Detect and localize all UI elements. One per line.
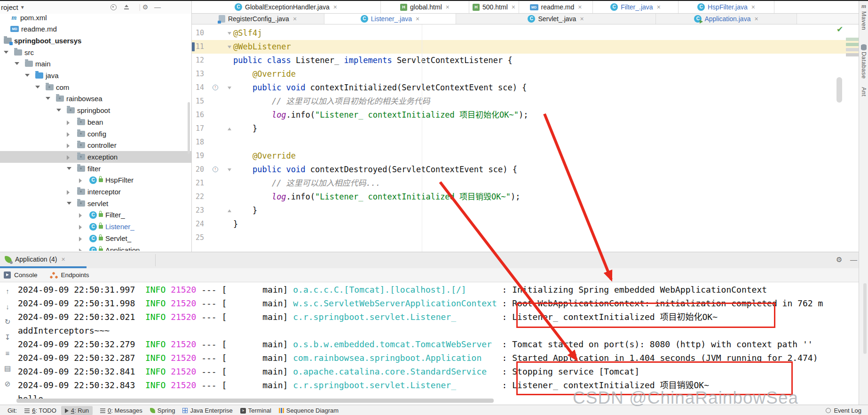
tab-close-icon[interactable]: ×: [293, 15, 297, 23]
tab-Application.java[interactable]: CApplication.java×: [656, 14, 797, 24]
project-tree[interactable]: mpom.xmlMDreadme.mdspringboot_usersyssrc…: [0, 14, 191, 251]
tree-item-exception[interactable]: exception: [0, 151, 191, 163]
spring-button[interactable]: Spring: [150, 407, 175, 414]
chevron-down-icon[interactable]: [56, 109, 61, 112]
status-git[interactable]: Git:: [8, 407, 17, 414]
subtab-Endpoints[interactable]: Endpoints: [50, 271, 89, 279]
editor-scrollbar[interactable]: [836, 77, 842, 103]
database-icon[interactable]: [861, 44, 867, 50]
clear-all-icon[interactable]: ⊘: [3, 379, 12, 389]
up-stack-trace-icon[interactable]: ↑: [3, 286, 12, 295]
todo-button[interactable]: 6: TODO: [24, 407, 56, 414]
tool-button-database[interactable]: Database: [860, 52, 867, 79]
run-tab-application[interactable]: Application (4) ×: [5, 252, 65, 266]
tab-close-icon[interactable]: ×: [512, 3, 515, 11]
run-button[interactable]: 4: Run: [61, 406, 93, 415]
hide-panel-icon[interactable]: —: [153, 3, 162, 11]
maven-icon[interactable]: m: [860, 3, 868, 9]
tab-RegisterConfig_.java[interactable]: RegisterConfig_.java×: [191, 14, 324, 24]
tab-close-icon[interactable]: ×: [446, 3, 450, 11]
console-vscrollbar[interactable]: [863, 283, 867, 354]
tab-Filter_.java[interactable]: CFilter_.java×: [593, 1, 679, 13]
tree-item-HspFilter[interactable]: CHspFilter: [0, 174, 191, 186]
chevron-right-icon[interactable]: [67, 144, 70, 148]
console-hscrollbar[interactable]: [16, 399, 494, 403]
chevron-down-icon[interactable]: [35, 86, 40, 88]
tab-Listener_.java[interactable]: CListener_.java×: [324, 14, 456, 24]
tab-close-icon[interactable]: ×: [754, 15, 758, 23]
tab-500.html[interactable]: H500.html×: [469, 1, 519, 13]
chevron-down-icon[interactable]: [25, 74, 30, 77]
tab-readme.md[interactable]: MDreadme.md×: [519, 1, 593, 13]
print-icon[interactable]: ▤: [3, 364, 12, 373]
chevron-down-icon[interactable]: [46, 97, 50, 100]
tab-close-icon[interactable]: ×: [657, 3, 661, 11]
tree-item-bean[interactable]: bean: [0, 116, 191, 128]
chevron-right-icon[interactable]: [79, 178, 82, 183]
scroll-to-end-icon[interactable]: ↧: [3, 333, 12, 342]
chevron-down-icon[interactable]: [4, 51, 8, 54]
terminal-button[interactable]: >Terminal: [240, 407, 271, 414]
tree-item-config[interactable]: config: [0, 128, 191, 140]
down-stack-trace-icon[interactable]: ↓: [3, 302, 12, 311]
tab-close-icon[interactable]: ×: [62, 255, 65, 263]
tab-close-icon[interactable]: ×: [751, 3, 755, 11]
chevron-down-icon[interactable]: [67, 202, 71, 205]
sequence-diagram-button[interactable]: Sequence Diagram: [279, 407, 339, 414]
chevron-right-icon[interactable]: [79, 248, 82, 251]
messages-button[interactable]: 0: Messages: [100, 407, 142, 414]
fold-open-icon[interactable]: [228, 32, 231, 35]
inspections-ok-icon[interactable]: ✔: [836, 24, 843, 34]
collapse-all-icon[interactable]: [122, 3, 131, 11]
soft-wrap-icon[interactable]: ≡: [3, 348, 12, 358]
tree-item-com[interactable]: com: [0, 81, 191, 93]
tree-item-rainbowsea[interactable]: rainbowsea: [0, 93, 191, 104]
tree-item-Servlet_[interactable]: CServlet_: [0, 232, 191, 244]
override-method-icon[interactable]: ↑: [213, 85, 218, 90]
tree-item-Listener_[interactable]: CListener_: [0, 221, 191, 232]
chevron-down-icon[interactable]: [15, 62, 19, 65]
tab-close-icon[interactable]: ×: [578, 3, 582, 11]
tab-close-icon[interactable]: ×: [580, 15, 584, 23]
restart-icon[interactable]: ↻: [3, 317, 12, 327]
tree-item-Filter_[interactable]: CFilter_: [0, 209, 191, 221]
chevron-right-icon[interactable]: [67, 120, 70, 125]
tree-item-filter[interactable]: filter: [0, 163, 191, 175]
tree-item-pom.xml[interactable]: mpom.xml: [0, 14, 191, 24]
console-body[interactable]: ↑↓↻↧≡▤⊘ 2024-09-09 22:50:31.997 INFO 215…: [0, 282, 859, 405]
fold-close-icon[interactable]: [228, 128, 231, 130]
tree-item-servlet[interactable]: servlet: [0, 198, 191, 209]
project-tool-title[interactable]: roject: [1, 3, 18, 11]
tool-button-ant[interactable]: Ant: [860, 87, 867, 96]
chevron-right-icon[interactable]: [79, 225, 82, 230]
tree-item-main[interactable]: main: [0, 58, 191, 70]
override-method-icon[interactable]: ↑: [213, 167, 218, 172]
tab-Servlet_.java[interactable]: CServlet_.java×: [456, 14, 656, 24]
subtab-Console[interactable]: Console: [4, 271, 38, 279]
code-editor[interactable]: 10@Slf4j11@WebListener12public class Lis…: [192, 24, 859, 252]
tree-item-readme.md[interactable]: MDreadme.md: [0, 23, 191, 35]
fold-open-icon[interactable]: [228, 46, 231, 48]
tree-item-springboot[interactable]: springboot: [0, 104, 191, 116]
chevron-down-icon[interactable]: [67, 167, 71, 170]
locate-icon[interactable]: [109, 3, 118, 11]
tool-button-maven[interactable]: Maven: [860, 11, 867, 30]
chevron-right-icon[interactable]: [67, 190, 70, 195]
settings-gear-icon[interactable]: ⚙: [836, 255, 842, 264]
tab-GlobalExceptionHandler.java[interactable]: CGlobalExceptionHandler.java×: [191, 1, 381, 13]
tree-item-controller[interactable]: controller: [0, 139, 191, 151]
fold-open-icon[interactable]: [228, 87, 231, 89]
tree-item-interceptor[interactable]: interceptor: [0, 186, 191, 198]
hide-panel-icon[interactable]: —: [850, 255, 857, 263]
chevron-right-icon[interactable]: [67, 132, 70, 137]
fold-close-icon[interactable]: [228, 209, 231, 212]
chevron-right-icon[interactable]: [67, 155, 70, 160]
tab-close-icon[interactable]: ×: [416, 15, 419, 23]
fold-open-icon[interactable]: [228, 168, 231, 171]
chevron-right-icon[interactable]: [79, 237, 82, 241]
tab-close-icon[interactable]: ×: [333, 3, 337, 11]
tab-global.html[interactable]: Hglobal.html×: [381, 1, 469, 13]
chevron-right-icon[interactable]: [79, 213, 82, 218]
settings-gear-icon[interactable]: ⚙: [141, 3, 150, 11]
tab-HspFilter.java[interactable]: CHspFilter.java×: [679, 1, 774, 13]
